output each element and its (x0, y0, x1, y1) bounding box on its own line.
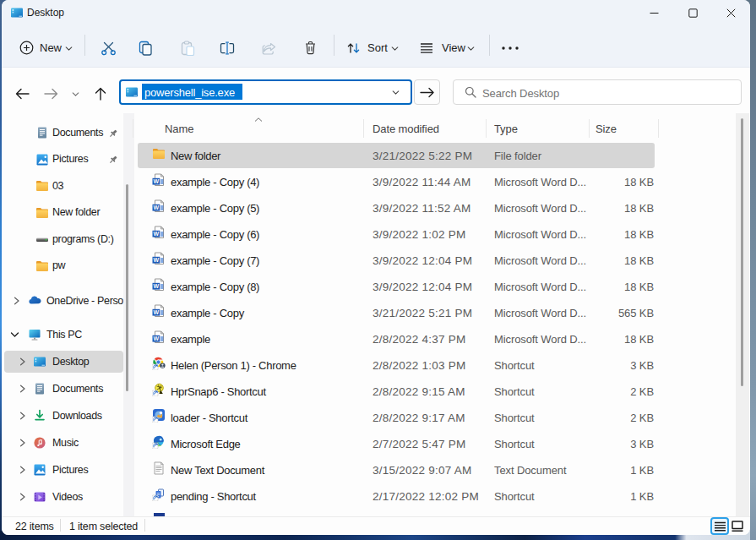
svg-text:W: W (154, 205, 160, 210)
svg-text:W: W (154, 283, 160, 289)
svg-text:W: W (154, 335, 160, 341)
svg-text:W: W (154, 309, 160, 315)
svg-text:W: W (154, 231, 160, 237)
svg-text:W: W (154, 257, 160, 263)
svg-text:W: W (154, 178, 160, 184)
